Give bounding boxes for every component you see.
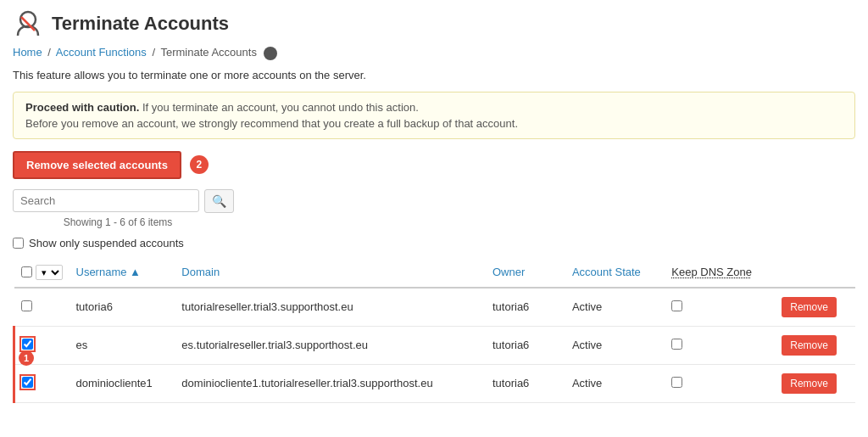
row-action-cell: Remove [775,288,855,327]
row-action-cell: Remove [775,364,855,402]
row-username: es [70,326,175,364]
row-domain: es.tutorialreseller.trial3.supporthost.e… [175,326,486,364]
breadcrumb-current: Terminate Accounts [160,46,256,59]
row-state: Active [565,364,665,402]
row-domain: dominiocliente1.tutorialreseller.trial3.… [175,364,486,402]
table-row: 1 es es.tutorialreseller.trial3.supporth… [14,326,856,364]
row-username: tutoria6 [70,288,175,327]
breadcrumb-account-functions[interactable]: Account Functions [56,46,147,59]
table-row: tutoria6 tutorialreseller.trial3.support… [14,288,856,327]
th-domain[interactable]: Domain [175,258,486,288]
th-select: ▾ [14,258,70,288]
row-dns-checkbox-cell [665,326,775,364]
row-dns-checkbox[interactable] [671,300,682,311]
show-suspended-wrapper: Show only suspended accounts [13,237,855,249]
th-account-state[interactable]: Account State [565,258,665,288]
row-username: dominiocliente1 [70,364,175,402]
row-remove-button[interactable]: Remove [782,335,837,356]
search-input[interactable] [13,189,199,212]
th-username[interactable]: Username ▲ [70,258,175,288]
selected-count-badge: 2 [190,155,209,174]
row-checkbox-cell [14,288,70,327]
accounts-table: ▾ Username ▲ Domain Owner Account State … [13,258,855,403]
select-all-checkbox[interactable] [21,266,32,277]
step-badge-1: 1 [19,350,34,366]
help-icon[interactable]: ? [264,47,277,60]
row-owner: tutoria6 [486,288,565,327]
page-title: Terminate Accounts [52,13,229,35]
show-suspended-checkbox[interactable] [13,238,24,249]
warning-line2: Before you remove an account, we strongl… [25,117,843,130]
show-suspended-label: Show only suspended accounts [29,237,184,249]
search-button[interactable]: 🔍 [204,189,234,213]
row-owner: tutoria6 [486,326,565,364]
breadcrumb-home[interactable]: Home [13,46,42,59]
remove-selected-button[interactable]: Remove selected accounts [13,151,181,179]
terminate-accounts-icon [13,8,43,39]
row-checkbox[interactable] [22,339,33,350]
row-dns-checkbox-cell [665,288,775,327]
row-remove-button[interactable]: Remove [782,297,837,317]
select-dropdown[interactable]: ▾ [36,265,63,280]
th-keep-dns: Keep DNS Zone [665,258,775,288]
warning-line1: Proceed with caution. If you terminate a… [25,101,843,114]
row-state: Active [565,288,665,327]
svg-line-1 [21,17,35,31]
row-checkbox[interactable] [22,377,33,388]
action-bar: Remove selected accounts 2 [13,151,855,179]
row-remove-button[interactable]: Remove [782,373,837,394]
row-checkbox[interactable] [21,300,32,311]
row-action-cell: Remove [775,326,855,364]
row-dns-checkbox[interactable] [671,339,682,350]
row-dns-checkbox-cell [665,364,775,402]
th-action [775,258,855,288]
page-header: Terminate Accounts [13,8,855,39]
row-checkbox-cell [14,364,70,402]
row-state: Active [565,326,665,364]
th-owner[interactable]: Owner [486,258,565,288]
row-dns-checkbox[interactable] [671,377,682,388]
table-row: dominiocliente1 dominiocliente1.tutorial… [14,364,856,402]
row-domain: tutorialreseller.trial3.supporthost.eu [175,288,486,327]
page-description: This feature allows you to terminate one… [13,69,855,81]
showing-text: Showing 1 - 6 of 6 items [13,216,223,228]
breadcrumb: Home / Account Functions / Terminate Acc… [13,46,855,60]
row-owner: tutoria6 [486,364,565,402]
row-checkbox-cell: 1 [14,326,70,364]
warning-box: Proceed with caution. If you terminate a… [13,92,855,139]
search-area: 🔍 [13,189,855,213]
